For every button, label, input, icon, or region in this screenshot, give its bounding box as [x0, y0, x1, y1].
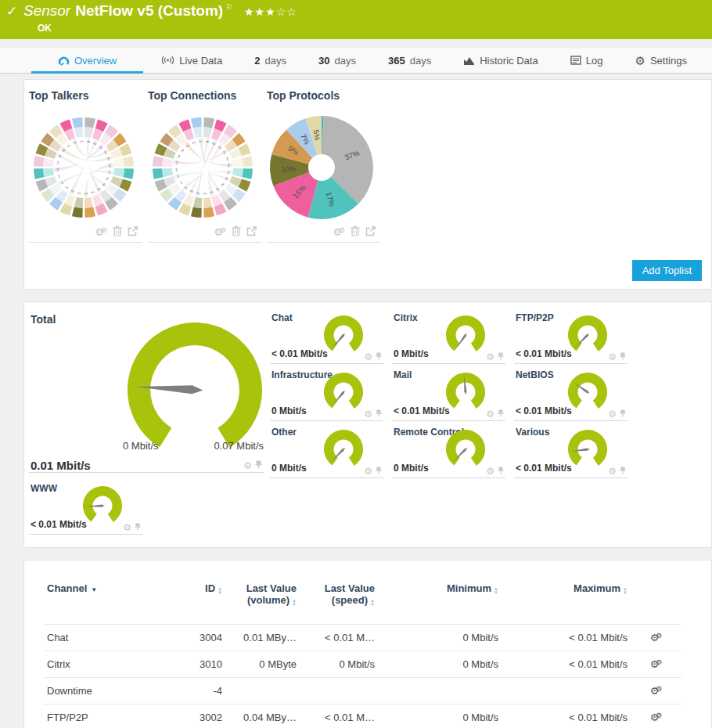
table-cell [378, 678, 502, 705]
gear-icon[interactable]: ⚙ [486, 467, 494, 476]
star-rating[interactable]: ★★★☆☆ [244, 5, 297, 18]
gear-icon[interactable]: ⚙ [364, 352, 372, 362]
pin-icon[interactable] [498, 351, 504, 362]
column-header-channel[interactable]: Channel▼ [44, 575, 177, 625]
gear-icon[interactable]: ⚙ [608, 409, 617, 419]
pin-icon[interactable] [376, 351, 382, 362]
tab-settings[interactable]: ⚙ Settings [620, 48, 700, 73]
column-header-minimum[interactable]: Minimum▲▼ [378, 575, 502, 625]
toplist-top-talkers: Top Talkers 522222222222221112222222 ⚙⚙ [29, 89, 148, 243]
column-header-last-value-volume[interactable]: Last Value (volume)▲▼ [225, 575, 300, 625]
tab-2-days[interactable]: 2 days [240, 48, 300, 73]
table-cell: 0 Mbit/s [378, 651, 502, 678]
pin-icon[interactable] [376, 409, 382, 419]
pin-icon[interactable] [255, 460, 262, 470]
tab-30-days[interactable]: 30 days [304, 48, 370, 73]
trash-icon[interactable] [113, 225, 122, 238]
pin-icon[interactable] [620, 409, 626, 419]
svg-text:10%: 10% [281, 164, 297, 174]
pin-icon[interactable] [498, 409, 504, 419]
svg-text:1: 1 [178, 179, 183, 185]
tab-log[interactable]: Log [556, 48, 617, 73]
gear-icon[interactable]: ⚙ [486, 352, 494, 362]
gear-icon[interactable]: ⚙ [608, 352, 617, 362]
tab-overview[interactable]: Overview [31, 48, 143, 73]
pin-icon[interactable] [620, 351, 626, 362]
toplist-settings-icon[interactable]: ⚙⚙ [333, 227, 345, 237]
top-talkers-chord-chart[interactable]: 522222222222221112222222 [29, 113, 138, 222]
channel-table-panel: Channel▼ ID▲▼ Last Value (volume)▲▼ Last… [23, 560, 712, 728]
add-toplist-button[interactable]: Add Toplist [632, 260, 702, 281]
svg-text:2: 2 [175, 167, 178, 171]
sort-icon: ▲▼ [218, 587, 222, 595]
pin-icon[interactable] [498, 466, 504, 476]
pin-icon[interactable] [620, 466, 626, 476]
gear-icon[interactable]: ⚙ [243, 461, 252, 470]
table-row[interactable]: Chat30040.01 MBy…< 0.01 M…0 Mbit/s< 0.01… [44, 625, 681, 651]
gauge-title: Other [271, 427, 297, 438]
table-body: Chat30040.01 MBy…< 0.01 M…0 Mbit/s< 0.01… [44, 625, 681, 728]
tab-historic-data[interactable]: Historic Data [449, 48, 552, 73]
gear-icon[interactable]: ⚙ [486, 409, 494, 419]
toplist-toolbar: ⚙⚙ [148, 222, 261, 243]
channel-settings-button[interactable]: ⚙⚙ [631, 625, 681, 651]
toplist-title: Top Protocols [267, 89, 386, 102]
gear-icon[interactable]: ⚙ [364, 467, 372, 476]
toplist-toolbar: ⚙⚙ [29, 222, 142, 243]
status-check-icon: ✓ [6, 3, 17, 20]
flag-icon[interactable]: ⚐ [225, 2, 233, 12]
tile-toolbar: ⚙ [486, 351, 504, 362]
pin-icon[interactable] [135, 522, 141, 532]
toplist-settings-icon[interactable]: ⚙⚙ [214, 227, 226, 237]
tile-toolbar: ⚙ [364, 351, 382, 362]
top-protocols-pie-chart[interactable]: 37%17%15%10%9%7%5% [267, 113, 376, 222]
toplist-title: Top Connections [148, 89, 267, 102]
table-cell: 3004 [177, 625, 225, 651]
channel-gauge [568, 315, 607, 357]
channel-settings-button[interactable]: ⚙⚙ [631, 651, 681, 678]
gear-icon[interactable]: ⚙ [364, 409, 372, 419]
table-cell: 0 Mbit/s [378, 705, 502, 728]
external-link-icon[interactable] [246, 226, 257, 238]
gauge-title: WWW [31, 483, 57, 494]
table-cell [502, 678, 631, 705]
table-cell: -4 [177, 678, 225, 705]
tab-bar: Overview Live Data 2 days 30 days 365 da… [0, 48, 712, 74]
gauge-title: FTP/P2P [516, 312, 554, 323]
channel-settings-button[interactable]: ⚙⚙ [631, 678, 681, 705]
trash-icon[interactable] [232, 225, 241, 238]
total-gauge [128, 323, 262, 460]
sensor-header: ✓ SensorNetFlow v5 (Custom)⚐★★★☆☆ OK [0, 0, 712, 39]
tab-365-days[interactable]: 365 days [374, 48, 445, 73]
column-header-id[interactable]: ID▲▼ [177, 575, 225, 625]
gauge-scale: 0 Mbit/s 0.07 Mbit/s [123, 440, 264, 452]
external-link-icon[interactable] [365, 226, 376, 238]
column-header-last-value-speed[interactable]: Last Value (speed)▲▼ [300, 575, 378, 625]
channel-gauge-tile: Mail< 0.01 Mbit/s⚙ [392, 367, 505, 421]
gear-icon[interactable]: ⚙ [123, 523, 131, 532]
broadcast-icon [161, 56, 174, 65]
gear-icon[interactable]: ⚙ [608, 467, 617, 476]
total-gauge-tile: Total 0 Mbit/s 0.07 Mbit/s 0.01 Mbit/s ⚙ [29, 310, 264, 473]
svg-text:2: 2 [76, 192, 81, 195]
gear-icon: ⚙ [635, 55, 645, 67]
top-connections-chord-chart[interactable]: 522222222222221112222222 [148, 113, 257, 222]
table-row[interactable]: Downtime-4⚙⚙ [44, 678, 681, 705]
table-cell [225, 678, 300, 705]
column-header-maximum[interactable]: Maximum▲▼ [502, 575, 631, 625]
channel-gauge [568, 430, 607, 471]
table-row[interactable]: FTP/P2P30020.04 MBy…< 0.01 M…0 Mbit/s< 0… [44, 705, 681, 728]
tab-live-data[interactable]: Live Data [147, 48, 236, 73]
svg-text:2: 2 [202, 192, 207, 195]
gauge-value: < 0.01 Mbit/s [516, 463, 572, 474]
trash-icon[interactable] [351, 225, 360, 238]
pin-icon[interactable] [376, 466, 382, 476]
channel-gauge [446, 315, 485, 357]
table-cell: Downtime [44, 678, 177, 705]
log-icon [570, 56, 581, 65]
table-row[interactable]: Citrix30100 MByte0 Mbit/s0 Mbit/s< 0.01 … [44, 651, 681, 678]
svg-text:2: 2 [106, 176, 110, 182]
toplist-settings-icon[interactable]: ⚙⚙ [95, 227, 107, 237]
channel-settings-button[interactable]: ⚙⚙ [631, 705, 681, 728]
external-link-icon[interactable] [128, 226, 138, 238]
